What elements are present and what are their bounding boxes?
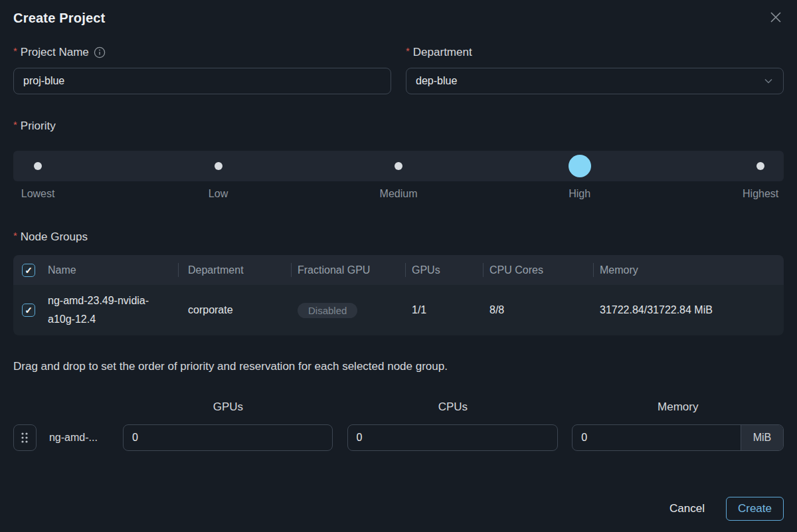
project-name-label-row: * Project Name <box>13 46 391 59</box>
check-icon: ✓ <box>25 306 33 315</box>
department-select-value: dep-blue <box>416 75 457 87</box>
drag-handle[interactable] <box>13 424 37 451</box>
project-name-input[interactable] <box>13 68 391 94</box>
reservation-row: ng-amd-... MiB <box>13 424 784 451</box>
close-button[interactable] <box>768 9 784 25</box>
info-icon[interactable] <box>94 46 106 58</box>
cell-cpu-cores: 8/8 <box>483 304 593 316</box>
priority-step-lowest[interactable] <box>34 151 42 181</box>
memory-unit-suffix: MiB <box>741 425 783 450</box>
priority-slider: Lowest Low Medium High Highest <box>13 151 784 200</box>
priority-label: Priority <box>21 120 56 133</box>
priority-section: * Priority Lowest Low Medium High Highes… <box>13 120 784 200</box>
table-row: ✓ ng-amd-23.49-nvidia-a10g-12.4 corporat… <box>13 285 784 335</box>
drag-handle-icon <box>20 431 29 444</box>
drag-drop-hint: Drag and drop to set the order of priori… <box>13 360 784 373</box>
department-label-row: * Department <box>406 46 784 59</box>
priority-dot-highest[interactable] <box>756 162 764 170</box>
reservation-cpus-label: CPUs <box>347 400 558 414</box>
priority-step-highest[interactable] <box>756 151 764 181</box>
priority-dot-high-selected[interactable] <box>569 155 591 177</box>
form-fields-row: * Project Name * Department dep-blue <box>13 46 784 94</box>
reservation-column-labels: GPUs CPUs Memory <box>13 400 784 414</box>
reservation-node-group-name: ng-amd-... <box>49 432 112 444</box>
row-checkbox[interactable]: ✓ <box>22 304 35 317</box>
page-title: Create Project <box>13 11 105 26</box>
node-groups-section: * Node Groups ✓ Name Department Fraction… <box>13 230 784 335</box>
node-groups-label-row: * Node Groups <box>13 230 784 244</box>
cancel-button[interactable]: Cancel <box>669 502 705 515</box>
table-header-row: ✓ Name Department Fractional GPU GPUs CP… <box>13 255 784 285</box>
priority-dot-lowest[interactable] <box>34 162 42 170</box>
required-asterisk: * <box>13 230 17 241</box>
cell-memory: 31722.84/31722.84 MiB <box>593 304 784 316</box>
priority-step-medium[interactable] <box>395 151 402 181</box>
priority-option-label: Medium <box>380 188 418 200</box>
column-header-cpu-cores: CPU Cores <box>483 255 593 285</box>
department-select[interactable]: dep-blue <box>406 68 784 94</box>
required-asterisk: * <box>406 45 410 56</box>
create-project-modal: Create Project * Project Name * <box>0 0 797 532</box>
cell-gpus: 1/1 <box>405 304 483 316</box>
disabled-status-badge: Disabled <box>298 303 357 318</box>
cell-fractional-gpu: Disabled <box>291 303 405 318</box>
cell-department: corporate <box>178 304 291 316</box>
check-icon: ✓ <box>25 266 33 275</box>
column-header-department: Department <box>178 255 291 285</box>
close-icon <box>769 11 782 24</box>
required-asterisk: * <box>13 119 17 130</box>
priority-option-label: High <box>569 188 590 200</box>
create-button[interactable]: Create <box>726 497 784 521</box>
priority-option-label: Low <box>209 188 228 200</box>
modal-footer: Cancel Create <box>669 497 784 521</box>
required-asterisk: * <box>13 45 17 56</box>
priority-option-label: Highest <box>743 188 778 200</box>
node-groups-table: ✓ Name Department Fractional GPU GPUs CP… <box>13 255 784 335</box>
cell-name: ng-amd-23.49-nvidia-a10g-12.4 <box>40 292 178 329</box>
cpus-input[interactable] <box>347 424 559 451</box>
project-name-field: * Project Name <box>13 46 391 94</box>
priority-step-low[interactable] <box>215 151 222 181</box>
priority-label-row: * Priority <box>13 120 784 133</box>
memory-input[interactable] <box>573 425 741 450</box>
reservation-memory-label: Memory <box>573 400 784 414</box>
project-name-label: Project Name <box>21 46 89 59</box>
select-all-checkbox[interactable]: ✓ <box>22 264 35 277</box>
column-header-fractional-gpu: Fractional GPU <box>291 255 405 285</box>
department-label: Department <box>413 46 472 59</box>
priority-dot-low[interactable] <box>215 162 222 170</box>
modal-header: Create Project <box>13 11 784 26</box>
reservation-gpus-label: GPUs <box>124 400 333 414</box>
priority-option-label: Lowest <box>21 188 55 200</box>
department-field: * Department dep-blue <box>406 46 784 94</box>
priority-step-high[interactable] <box>569 151 591 181</box>
node-groups-label: Node Groups <box>21 230 88 244</box>
column-header-gpus: GPUs <box>405 255 483 285</box>
column-header-memory: Memory <box>593 255 784 285</box>
priority-dot-medium[interactable] <box>395 162 402 170</box>
gpus-input[interactable] <box>123 424 333 451</box>
memory-input-group: MiB <box>572 424 784 451</box>
chevron-down-icon <box>763 76 774 86</box>
column-header-name: Name <box>40 255 178 285</box>
